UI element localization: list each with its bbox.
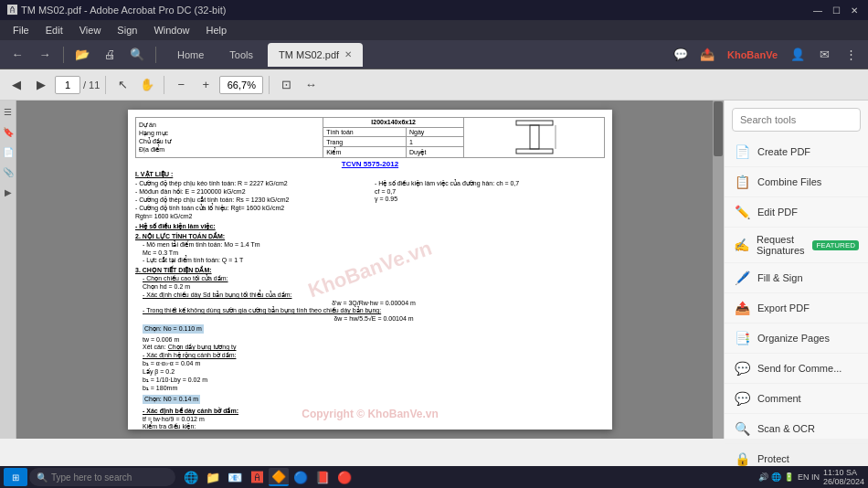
more-icon[interactable]: ⋮ bbox=[839, 44, 863, 66]
zoom-in-search[interactable]: 🔍 bbox=[125, 44, 149, 66]
tab-tools-label: Tools bbox=[229, 49, 253, 60]
menu-window[interactable]: Window bbox=[146, 23, 196, 37]
organize-pages-icon: 📑 bbox=[734, 330, 750, 346]
forward-button[interactable]: → bbox=[33, 44, 57, 66]
taskbar-app-2[interactable]: 📁 bbox=[203, 468, 223, 486]
combine-files-icon: 📋 bbox=[734, 174, 750, 190]
zoom-in-button[interactable]: + bbox=[195, 74, 217, 96]
send-comment-icon: 💬 bbox=[734, 360, 750, 377]
fit-width-button[interactable]: ↔ bbox=[300, 74, 322, 96]
fit-page-button[interactable]: ⊡ bbox=[275, 74, 297, 96]
menu-sign[interactable]: Sign bbox=[110, 23, 144, 37]
scan-ocr-icon: 🔍 bbox=[734, 420, 750, 437]
pdf-header-table: Dự án Hạng mục Chủ đầu tư Địa điểm I200x… bbox=[135, 117, 605, 158]
svg-rect-0 bbox=[516, 121, 553, 125]
tray-icon-2[interactable]: 🌐 bbox=[771, 472, 781, 482]
tab-close-button[interactable]: ✕ bbox=[344, 49, 352, 59]
share-icon[interactable]: 📤 bbox=[695, 44, 719, 66]
pdf-category: Hạng mục bbox=[139, 130, 320, 137]
menu-edit[interactable]: Edit bbox=[38, 23, 70, 37]
pdf-chon-no2: Chọn: N0 = 0.14 m bbox=[143, 395, 200, 404]
pdf-page-label: Trang bbox=[323, 137, 407, 147]
taskbar-app-8[interactable]: 🔴 bbox=[334, 468, 355, 486]
left-sidebar: ☰ 🔖 📄 📎 ▶ bbox=[0, 101, 16, 439]
user-icon[interactable]: 👤 bbox=[786, 44, 810, 66]
panel-item-edit-pdf[interactable]: ✏️ Edit PDF bbox=[725, 197, 868, 228]
panel-item-organize-pages[interactable]: 📑 Organize Pages bbox=[725, 324, 868, 354]
maximize-button[interactable]: ☐ bbox=[830, 4, 842, 16]
sidebar-expand-icon[interactable]: ▶ bbox=[1, 185, 16, 199]
comment-icon[interactable]: 💬 bbox=[669, 44, 693, 66]
start-button[interactable]: ⊞ bbox=[4, 468, 27, 486]
taskbar-app-1[interactable]: 🌐 bbox=[181, 468, 201, 486]
select-tool[interactable]: ↖ bbox=[111, 74, 133, 96]
tab-doc-label: TM MS02.pdf bbox=[279, 49, 339, 60]
title-bar-left: 🅰 TM MS02.pdf - Adobe Acrobat Pro DC (32… bbox=[7, 5, 226, 16]
sidebar-bookmark-icon[interactable]: 🔖 bbox=[1, 124, 16, 139]
zoom-out-button[interactable]: − bbox=[170, 74, 192, 96]
minimize-button[interactable]: — bbox=[811, 4, 824, 16]
panel-item-fill-sign[interactable]: 🖊️ Fill & Sign bbox=[725, 263, 868, 293]
panel-item-send-comment[interactable]: 💬 Send for Comme... bbox=[725, 354, 868, 384]
tab-bar: Home Tools TM MS02.pdf ✕ bbox=[166, 41, 665, 69]
title-bar: 🅰 TM MS02.pdf - Adobe Acrobat Pro DC (32… bbox=[0, 0, 868, 20]
sidebar-nav-icon[interactable]: ☰ bbox=[1, 104, 16, 119]
panel-item-export-pdf[interactable]: 📤 Export PDF bbox=[725, 293, 868, 324]
khobanve-logo-btn[interactable]: KhoBanVe bbox=[722, 44, 783, 66]
pdf-section-chontd: 3. CHỌN TIẾT DIỆN DẦM: bbox=[135, 267, 605, 274]
pdf-mat-right: - Hệ số điều kiện làm việc của đường hàn… bbox=[375, 179, 605, 220]
email-icon[interactable]: ✉ bbox=[812, 44, 836, 66]
pdf-calc-label: Tính toán bbox=[323, 127, 407, 137]
close-button[interactable]: ✕ bbox=[848, 4, 861, 16]
sidebar-attach-icon[interactable]: 📎 bbox=[1, 164, 16, 179]
ibeam-diagram: h bbox=[512, 119, 557, 155]
panel-item-create-pdf[interactable]: 📄 Create PDF bbox=[725, 137, 868, 167]
panel-item-comment[interactable]: 💬 Comment bbox=[725, 384, 868, 414]
taskbar-time: 11:10 SA 26/08/2024 bbox=[823, 468, 864, 486]
nav-next-page[interactable]: ▶ bbox=[30, 74, 52, 96]
taskbar-apps: 🌐 📁 📧 🅰 🔶 🔵 📕 🔴 bbox=[181, 468, 355, 486]
zoom-input[interactable] bbox=[219, 76, 263, 94]
tab-document[interactable]: TM MS02.pdf ✕ bbox=[268, 43, 363, 67]
pdf-project: Dự án bbox=[139, 122, 320, 129]
taskbar-app-6[interactable]: 🔵 bbox=[291, 468, 311, 486]
taskbar-app-3[interactable]: 📧 bbox=[225, 468, 245, 486]
nav-prev-page[interactable]: ◀ bbox=[5, 74, 27, 96]
panel-item-combine-files[interactable]: 📋 Combine Files bbox=[725, 167, 868, 197]
fill-sign-label: Fill & Sign bbox=[757, 272, 803, 283]
request-sig-icon: ✍️ bbox=[734, 237, 749, 253]
pan-tool[interactable]: ✋ bbox=[136, 74, 158, 96]
page-number-input[interactable] bbox=[55, 76, 80, 94]
protect-icon: 🔒 bbox=[734, 451, 750, 467]
pdf-standard: TCVN 5575-2012 bbox=[135, 160, 605, 168]
pdf-mat-left: - Cường độ thép chịu kéo tính toán: R = … bbox=[135, 179, 365, 220]
pdf-page-num: 1 bbox=[407, 137, 464, 147]
menu-file[interactable]: File bbox=[5, 23, 37, 37]
tray-icon-1[interactable]: 🔊 bbox=[758, 472, 768, 482]
panel-item-scan-ocr[interactable]: 🔍 Scan & OCR bbox=[725, 414, 868, 444]
pdf-scrollbar[interactable] bbox=[713, 101, 724, 439]
scrollbar-thumb[interactable] bbox=[714, 101, 723, 156]
sep-1 bbox=[105, 76, 106, 94]
pdf-section-nlt: 2. NỘI LỰC TÍNH TOÁN DẦM: bbox=[135, 233, 605, 240]
taskbar-search[interactable]: 🔍 Type here to search bbox=[29, 468, 175, 486]
search-tools-input[interactable] bbox=[732, 108, 861, 132]
print-button[interactable]: 🖨 bbox=[98, 44, 122, 66]
open-button[interactable]: 📂 bbox=[70, 44, 94, 66]
pdf-location: Địa điểm bbox=[139, 146, 320, 154]
sidebar-page-icon[interactable]: 📄 bbox=[1, 144, 16, 159]
pdf-noiluc: - Mô men tải điểm tính toán: Mo = 1.4 Tm… bbox=[135, 241, 605, 264]
tray-icon-3[interactable]: 🔋 bbox=[784, 472, 794, 482]
sep-3 bbox=[269, 76, 270, 94]
create-pdf-icon: 📄 bbox=[734, 143, 750, 160]
taskbar-app-acrobat[interactable]: 🅰 bbox=[247, 468, 267, 486]
menu-view[interactable]: View bbox=[72, 23, 109, 37]
menu-help[interactable]: Help bbox=[199, 23, 235, 37]
tab-home[interactable]: Home bbox=[166, 43, 215, 67]
panel-item-request-signatures[interactable]: ✍️ Request Signatures FEATURED bbox=[725, 228, 868, 263]
taskbar-app-7[interactable]: 📕 bbox=[312, 468, 333, 486]
back-button[interactable]: ← bbox=[5, 44, 29, 66]
pdf-area: KhoBanVe.vn Dự án Hạng mục Chủ đầu tư Đị… bbox=[16, 101, 724, 439]
taskbar-app-5[interactable]: 🔶 bbox=[269, 468, 289, 486]
tab-tools[interactable]: Tools bbox=[218, 43, 264, 67]
